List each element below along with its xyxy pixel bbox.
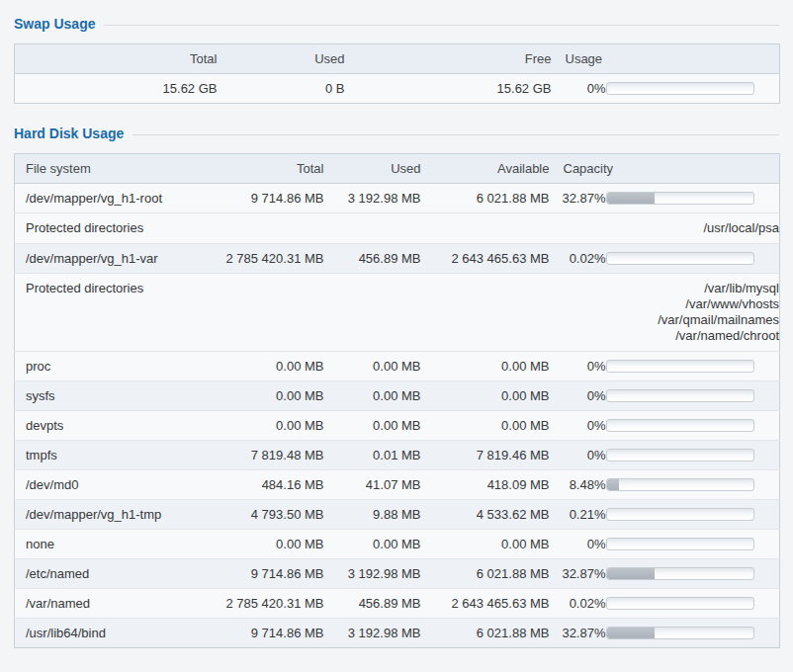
filesystem-row: /usr/lib64/bind9 714.86 MB3 192.98 MB6 0… [15,619,780,648]
filesystem-available: 418.09 MB [421,470,550,500]
filesystem-used: 9.88 MB [324,500,421,530]
filesystem-available: 6 021.88 MB [421,559,550,589]
protected-path: /var/qmail/mailnames [324,312,780,328]
filesystem-row: /dev/md0484.16 MB41.07 MB418.09 MB8.48% [15,470,780,500]
capacity-bar [606,597,754,610]
protected-directories-paths: /usr/local/psa [324,213,780,244]
capacity-bar-cell [606,559,780,589]
filesystem-total: 9 714.86 MB [178,619,324,648]
filesystem-name: /dev/mapper/vg_h1-root [15,184,178,213]
capacity-bar [606,419,754,432]
swap-usage-value: 0% [552,74,606,104]
filesystem-used: 3 192.98 MB [324,559,421,589]
filesystem-total: 4 793.50 MB [178,500,324,530]
hard-disk-usage-table: File system Total Used Available Capacit… [14,153,780,648]
capacity-bar [606,567,754,580]
filesystem-capacity: 32.87% [550,184,606,213]
filesystem-capacity: 0% [550,411,606,441]
filesystem-capacity: 0.02% [550,244,606,274]
capacity-bar-cell [606,619,780,648]
capacity-bar [606,627,754,639]
filesystem-available: 0.00 MB [421,381,550,411]
filesystem-total: 9 714.86 MB [178,559,324,589]
protected-path: /var/named/chroot [324,328,780,344]
filesystem-capacity: 0.21% [550,500,606,530]
filesystem-name: devpts [15,411,178,441]
capacity-bar [606,478,754,491]
swap-col-total: Total [15,44,218,74]
capacity-bar-cell [606,411,780,441]
swap-usage-title-text: Swap Usage [14,16,95,32]
capacity-bar-cell [606,470,780,500]
swap-table-header: Total Used Free Usage [15,44,780,74]
filesystem-available: 6 021.88 MB [421,184,550,213]
filesystem-capacity: 0% [550,441,606,470]
disk-col-filesystem: File system [15,154,178,184]
filesystem-row: tmpfs7 819.48 MB0.01 MB7 819.46 MB0% [15,441,780,470]
filesystem-capacity: 32.87% [550,619,606,648]
protected-directories-row: Protected directories/usr/local/psa [15,213,780,244]
disk-col-total: Total [178,154,324,184]
filesystem-capacity: 0% [550,530,606,559]
swap-row: 15.62 GB 0 B 15.62 GB 0% [15,74,780,104]
filesystem-available: 0.00 MB [421,530,550,559]
protected-path: /var/www/vhosts [324,296,780,312]
filesystem-capacity: 8.48% [550,470,606,500]
swap-free-value: 15.62 GB [345,74,552,104]
filesystem-used: 0.00 MB [324,411,421,441]
capacity-bar [606,449,754,462]
capacity-bar [606,192,754,205]
filesystem-total: 484.16 MB [178,470,324,500]
capacity-bar-cell [606,589,780,619]
filesystem-total: 7 819.48 MB [178,441,324,470]
filesystem-row: /dev/mapper/vg_h1-root9 714.86 MB3 192.9… [15,184,780,213]
hard-disk-usage-title: Hard Disk Usage [14,126,779,141]
filesystem-used: 3 192.98 MB [324,184,421,213]
swap-col-free: Free [345,44,552,74]
swap-used-value: 0 B [218,74,345,104]
protected-directories-paths: /var/lib/mysql/var/www/vhosts/var/qmail/… [324,274,780,352]
filesystem-capacity: 32.87% [550,559,606,589]
capacity-bar [606,389,754,402]
capacity-bar [606,508,754,521]
filesystem-used: 3 192.98 MB [324,619,421,648]
filesystem-used: 456.89 MB [324,244,421,274]
filesystem-used: 456.89 MB [324,589,421,619]
title-rule [104,25,779,26]
filesystem-used: 0.00 MB [324,381,421,411]
filesystem-used: 41.07 MB [324,470,421,500]
filesystem-used: 0.01 MB [324,441,421,470]
filesystem-row: none0.00 MB0.00 MB0.00 MB0% [15,530,780,559]
filesystem-used: 0.00 MB [324,530,421,559]
swap-bar-cell [606,74,780,104]
swap-usage-title: Swap Usage [14,16,779,32]
swap-col-bar [606,44,780,74]
filesystem-row: proc0.00 MB0.00 MB0.00 MB0% [15,352,780,381]
protected-directories-label: Protected directories [15,274,324,352]
capacity-bar-fill [607,479,620,490]
filesystem-name: /var/named [15,589,178,619]
filesystem-capacity: 0% [550,381,606,411]
filesystem-available: 7 819.46 MB [421,441,550,470]
capacity-bar-fill [607,568,656,579]
capacity-bar [606,360,754,373]
filesystem-name: /etc/named [15,559,178,589]
filesystem-name: proc [15,352,178,381]
capacity-bar-cell [606,500,780,530]
filesystem-name: sysfs [15,381,178,411]
capacity-bar-cell [606,352,780,381]
filesystem-name: tmpfs [15,441,178,470]
filesystem-row: /dev/mapper/vg_h1-tmp4 793.50 MB9.88 MB4… [15,500,780,530]
protected-path: /var/lib/mysql [324,281,780,296]
filesystem-total: 0.00 MB [178,352,324,381]
capacity-bar-cell [606,184,780,213]
filesystem-name: /dev/mapper/vg_h1-var [15,244,178,274]
filesystem-row: /dev/mapper/vg_h1-var2 785 420.31 MB456.… [15,244,780,274]
filesystem-row: sysfs0.00 MB0.00 MB0.00 MB0% [15,381,780,411]
disk-col-used: Used [324,154,421,184]
protected-path: /usr/local/psa [324,220,780,236]
capacity-bar-cell [606,530,780,559]
capacity-bar-cell [606,441,780,470]
protected-directories-label: Protected directories [15,213,324,244]
capacity-bar [606,252,754,265]
